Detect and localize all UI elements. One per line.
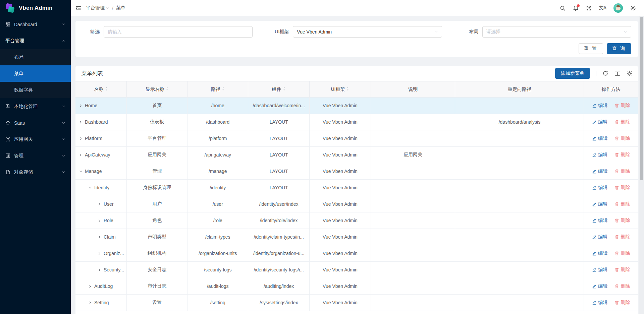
edit-button[interactable]: 编辑	[592, 217, 607, 224]
app-logo[interactable]: Vben Admin	[0, 0, 71, 16]
delete-button[interactable]: 删除	[614, 185, 630, 191]
filter-layout-select[interactable]: 请选择	[482, 26, 631, 38]
tree-toggle-icon[interactable]	[79, 104, 83, 108]
table-row[interactable]: Home 首页 /home /dashboard/welcome/in... V…	[75, 98, 638, 114]
table-row[interactable]: Identity 身份标识管理 /identity LAYOUT Vue Vbe…	[75, 180, 638, 196]
column-header[interactable]: 操作方法	[584, 81, 638, 98]
column-header[interactable]: 显示名称	[127, 81, 187, 98]
delete-button[interactable]: 删除	[614, 201, 630, 207]
sidebar-item[interactable]: 平台管理	[0, 33, 71, 49]
avatar[interactable]	[613, 3, 623, 13]
table-row[interactable]: Organiz... 组织机构 /organization-units /ide…	[75, 245, 638, 262]
edit-button[interactable]: 编辑	[592, 119, 607, 125]
tree-toggle-icon[interactable]	[79, 137, 83, 140]
column-header[interactable]: 说明	[371, 81, 455, 98]
table-row[interactable]: AuditLog 审计日志 /audit-logs /auditing/inde…	[75, 278, 638, 295]
bell-icon[interactable]	[573, 5, 579, 11]
query-button[interactable]: 查 询	[607, 43, 631, 54]
column-header[interactable]: 路径	[187, 81, 248, 98]
delete-button[interactable]: 删除	[614, 168, 630, 174]
tree-toggle-icon[interactable]	[79, 170, 83, 173]
edit-button[interactable]: 编辑	[592, 300, 607, 306]
sidebar-item[interactable]: Dashboard	[0, 16, 71, 33]
breadcrumb-parent[interactable]: 平台管理	[86, 5, 109, 11]
refresh-icon[interactable]	[602, 70, 608, 76]
sidebar-subitem[interactable]: 菜单	[0, 65, 71, 82]
cell-path: /organization-units	[187, 245, 248, 262]
cell-name-text: Platform	[85, 136, 102, 141]
delete-button[interactable]: 删除	[614, 152, 630, 158]
delete-button[interactable]: 删除	[614, 283, 630, 289]
table-row[interactable]: Manage 管理 /manage LAYOUT Vue Vben Admin …	[75, 163, 638, 180]
tree-toggle-icon[interactable]	[79, 120, 83, 124]
edit-button[interactable]: 编辑	[592, 267, 607, 273]
delete-button[interactable]: 删除	[614, 135, 630, 141]
table-settings-gear-icon[interactable]	[627, 70, 633, 76]
sort-caret-icon[interactable]	[283, 86, 286, 92]
delete-button[interactable]: 删除	[614, 217, 630, 224]
column-header[interactable]: 组件	[248, 81, 310, 98]
table-row[interactable]: Dashboard 仪表板 /dashboard LAYOUT Vue Vben…	[75, 114, 638, 130]
delete-button[interactable]: 删除	[614, 103, 630, 109]
edit-button[interactable]: 编辑	[592, 168, 607, 174]
translate-icon[interactable]: 文A	[599, 5, 606, 11]
table-row[interactable]: User 用户 /user /identity/user/index Vue V…	[75, 196, 638, 212]
sort-caret-icon[interactable]	[222, 86, 225, 92]
filter-keyword-input[interactable]	[104, 26, 253, 38]
reset-button[interactable]: 重 置	[579, 43, 603, 54]
sort-caret-icon[interactable]	[105, 86, 108, 92]
edit-button[interactable]: 编辑	[592, 103, 607, 109]
sidebar-subitem[interactable]: 布局	[0, 49, 71, 65]
sidebar-item[interactable]: 应用网关	[0, 131, 71, 147]
filter-framework-select[interactable]: Vue Vben Admin	[293, 26, 442, 38]
tree-toggle-icon[interactable]	[79, 153, 83, 157]
cell-display-name: 首页	[127, 98, 187, 114]
add-menu-button[interactable]: 添加新菜单	[555, 68, 590, 79]
table-row[interactable]: Security... 安全日志 /security-logs /identit…	[75, 262, 638, 278]
delete-button[interactable]: 删除	[614, 267, 630, 273]
sidebar-fold-icon[interactable]	[75, 5, 81, 11]
table-row[interactable]: ApiGateway 应用网关 /api-gateway LAYOUT Vue …	[75, 147, 638, 163]
table-row[interactable]: Platform 平台管理 /platform LAYOUT Vue Vben …	[75, 130, 638, 147]
window-scrollbar-track[interactable]	[639, 16, 644, 314]
table-row[interactable]: Role 角色 /role /identity/role/index Vue V…	[75, 212, 638, 229]
sidebar-item[interactable]: 管理	[0, 147, 71, 164]
search-icon[interactable]	[560, 5, 566, 11]
gear-icon[interactable]	[630, 5, 636, 11]
tree-toggle-icon[interactable]	[98, 219, 101, 223]
delete-button-label: 删除	[621, 168, 630, 174]
sort-caret-icon[interactable]	[166, 86, 169, 92]
delete-button[interactable]: 删除	[614, 300, 630, 306]
column-header[interactable]: 名称	[75, 81, 127, 98]
edit-button[interactable]: 编辑	[592, 152, 607, 158]
edit-button[interactable]: 编辑	[592, 250, 607, 256]
delete-button[interactable]: 删除	[614, 234, 630, 240]
tree-toggle-icon[interactable]	[88, 285, 92, 288]
sidebar-item[interactable]: 对象存储	[0, 164, 71, 180]
sort-caret-icon[interactable]	[346, 86, 349, 92]
tree-toggle-icon[interactable]	[88, 186, 92, 190]
edit-button[interactable]: 编辑	[592, 234, 607, 240]
column-header[interactable]: UI框架	[310, 81, 371, 98]
delete-button[interactable]: 删除	[614, 119, 630, 125]
tree-toggle-icon[interactable]	[98, 252, 101, 255]
sidebar-subitem[interactable]: 数据字典	[0, 82, 71, 98]
tree-toggle-icon[interactable]	[98, 202, 101, 206]
delete-button[interactable]: 删除	[614, 250, 630, 256]
fullscreen-icon[interactable]	[586, 5, 592, 11]
edit-button[interactable]: 编辑	[592, 185, 607, 191]
tree-toggle-icon[interactable]	[88, 301, 92, 305]
window-scrollbar-thumb[interactable]	[640, 17, 643, 180]
table-row[interactable]: Claim 声明类型 /claim-types /identity/claim-…	[75, 229, 638, 245]
tree-toggle-icon[interactable]	[98, 235, 101, 239]
table-row[interactable]: Setting 设置 /setting /sys/settings/index …	[75, 295, 638, 311]
tree-toggle-icon[interactable]	[98, 268, 101, 272]
edit-button[interactable]: 编辑	[592, 201, 607, 207]
filter-framework-label: UI框架	[271, 29, 289, 35]
edit-button[interactable]: 编辑	[592, 283, 607, 289]
sidebar-item[interactable]: Saas	[0, 115, 71, 131]
edit-button[interactable]: 编辑	[592, 135, 607, 141]
column-header[interactable]: 重定向路径	[455, 81, 584, 98]
row-height-icon[interactable]	[614, 70, 621, 76]
sidebar-item[interactable]: 本地化管理	[0, 98, 71, 115]
